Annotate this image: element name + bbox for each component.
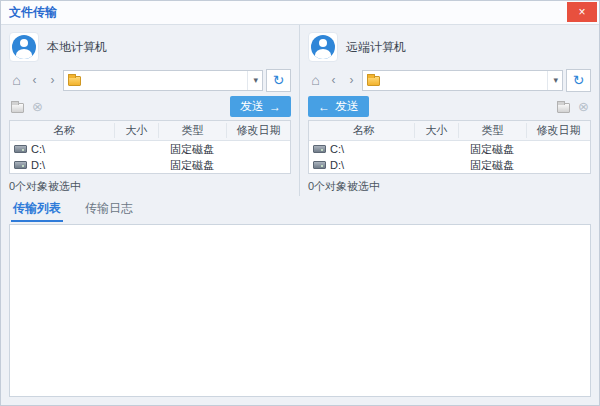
window-title: 文件传输 — [9, 4, 57, 21]
file-type: 固定磁盘 — [458, 142, 526, 157]
file-name: D:\ — [31, 159, 45, 171]
refresh-button[interactable]: ↻ — [566, 69, 591, 92]
remote-selection-status: 0个对象被选中 — [300, 174, 599, 196]
dropdown-caret-icon: ▾ — [547, 71, 558, 90]
person-icon — [311, 35, 335, 59]
column-header-name[interactable]: 名称 — [10, 123, 114, 138]
send-label: 发送 — [240, 98, 264, 115]
column-header-type[interactable]: 类型 — [458, 123, 526, 138]
remote-file-list: 名称 大小 类型 修改日期 C:\固定磁盘D:\固定磁盘E:\CD光驱桌面系统文… — [308, 120, 591, 174]
remote-pathbar: ⌂ ‹ › ▾ ↻ — [300, 67, 599, 93]
person-icon — [12, 35, 36, 59]
titlebar: 文件传输 × — [1, 1, 599, 25]
close-button[interactable]: × — [567, 2, 597, 22]
new-folder-icon — [11, 103, 24, 113]
column-header-size[interactable]: 大小 — [114, 123, 158, 138]
file-transfer-window: 文件传输 × 本地计算机 ⌂ ‹ › ▾ ↻ ⊗ — [0, 0, 600, 406]
column-header-date[interactable]: 修改日期 — [526, 123, 590, 138]
drive-icon — [313, 161, 326, 169]
new-folder-icon — [557, 103, 570, 113]
folder-icon — [367, 76, 380, 86]
drive-icon — [14, 145, 27, 153]
file-name: D:\ — [330, 159, 344, 171]
send-label: 发送 — [335, 98, 359, 115]
remote-computer-label: 远端计算机 — [346, 39, 406, 56]
back-icon[interactable]: ‹ — [326, 70, 341, 90]
arrow-right-icon: → — [269, 100, 281, 114]
column-header-size[interactable]: 大小 — [414, 123, 458, 138]
file-row[interactable]: C:\固定磁盘 — [10, 141, 290, 157]
back-icon[interactable]: ‹ — [27, 70, 42, 90]
refresh-button[interactable]: ↻ — [266, 69, 291, 92]
local-file-list: 名称 大小 类型 修改日期 C:\固定磁盘D:\固定磁盘E:\固定磁盘F:\桌面… — [9, 120, 291, 174]
dropdown-caret-icon: ▾ — [247, 71, 258, 90]
remote-path-select[interactable]: ▾ — [362, 70, 563, 91]
send-to-remote-button[interactable]: 发送 → — [230, 96, 291, 117]
drive-icon — [313, 145, 326, 153]
panels-container: 本地计算机 ⌂ ‹ › ▾ ↻ ⊗ 发送 → — [1, 25, 599, 196]
column-header-date[interactable]: 修改日期 — [226, 123, 290, 138]
tab-transfer-list[interactable]: 传输列表 — [11, 198, 63, 222]
remote-panel: 远端计算机 ⌂ ‹ › ▾ ↻ ← 发送 ⊗ — [300, 25, 599, 196]
send-to-local-button[interactable]: ← 发送 — [308, 96, 369, 117]
local-selection-status: 0个对象被选中 — [1, 174, 299, 196]
computer-avatar-icon — [308, 32, 338, 62]
remote-computer-header: 远端计算机 — [300, 25, 599, 67]
local-toolbar: ⊗ 发送 → — [1, 93, 299, 120]
home-icon[interactable]: ⌂ — [308, 70, 323, 90]
tab-transfer-log[interactable]: 传输日志 — [83, 198, 135, 222]
delete-button[interactable]: ⊗ — [576, 97, 591, 117]
local-panel: 本地计算机 ⌂ ‹ › ▾ ↻ ⊗ 发送 → — [1, 25, 300, 196]
file-name: C:\ — [330, 143, 344, 155]
new-folder-button[interactable] — [555, 97, 572, 117]
file-row[interactable]: C:\固定磁盘 — [309, 141, 590, 157]
local-list-body: C:\固定磁盘D:\固定磁盘E:\固定磁盘F:\桌面系统文件夹我的文档系统文件夹… — [10, 141, 290, 173]
file-type: 固定磁盘 — [158, 158, 226, 173]
local-list-header: 名称 大小 类型 修改日期 — [10, 121, 290, 141]
file-type: 固定磁盘 — [158, 142, 226, 157]
arrow-left-icon: ← — [318, 100, 330, 114]
local-path-select[interactable]: ▾ — [63, 70, 263, 91]
delete-button[interactable]: ⊗ — [30, 97, 45, 117]
local-computer-header: 本地计算机 — [1, 25, 299, 67]
computer-avatar-icon — [9, 32, 39, 62]
local-pathbar: ⌂ ‹ › ▾ ↻ — [1, 67, 299, 93]
file-type: 固定磁盘 — [458, 158, 526, 173]
home-icon[interactable]: ⌂ — [9, 70, 24, 90]
column-header-name[interactable]: 名称 — [309, 123, 414, 138]
remote-list-header: 名称 大小 类型 修改日期 — [309, 121, 590, 141]
file-name: C:\ — [31, 143, 45, 155]
remote-list-body: C:\固定磁盘D:\固定磁盘E:\CD光驱桌面系统文件夹我的文档系统文件夹我的图… — [309, 141, 590, 173]
folder-icon — [68, 76, 81, 86]
file-row[interactable]: D:\固定磁盘 — [309, 157, 590, 173]
forward-icon[interactable]: › — [45, 70, 60, 90]
drive-icon — [14, 161, 27, 169]
local-computer-label: 本地计算机 — [47, 39, 107, 56]
bottom-tabs: 传输列表 传输日志 — [1, 196, 599, 222]
transfer-list-area — [9, 224, 591, 397]
new-folder-button[interactable] — [9, 97, 26, 117]
column-header-type[interactable]: 类型 — [158, 123, 226, 138]
file-row[interactable]: D:\固定磁盘 — [10, 157, 290, 173]
remote-toolbar: ← 发送 ⊗ — [300, 93, 599, 120]
forward-icon[interactable]: › — [344, 70, 359, 90]
